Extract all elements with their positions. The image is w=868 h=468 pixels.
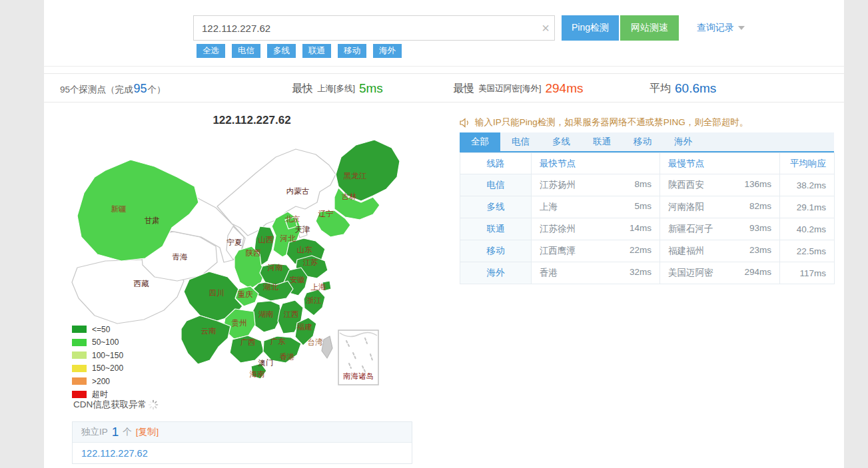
- province-label-安徽: 安徽: [290, 276, 305, 284]
- copy-ip-link[interactable]: [复制]: [136, 426, 159, 438]
- query-history-link[interactable]: 查询记录: [697, 22, 745, 34]
- legend-label: <=50: [92, 325, 110, 334]
- filter-button-联通[interactable]: 联通: [302, 44, 331, 58]
- province-label-河北: 河北: [280, 234, 296, 242]
- line-filter-group: 全选电信多线联通移动海外: [197, 44, 402, 58]
- province-label-广东: 广东: [270, 338, 286, 346]
- province-label-河南: 河南: [267, 264, 283, 272]
- stats-bar: 95个探测点（完成95个） 最快 上海[多线] 5ms 最慢 美国迈阿密[海外]…: [44, 73, 844, 103]
- province-label-湖北: 湖北: [263, 283, 279, 291]
- province-label-西藏: 西藏: [134, 280, 150, 288]
- unique-ip-count: 1: [112, 425, 119, 439]
- province-label-云南: 云南: [201, 327, 217, 335]
- province-台湾[interactable]: [322, 336, 332, 358]
- province-label-澳门: 澳门: [258, 359, 274, 367]
- chevron-down-icon: [738, 26, 745, 30]
- slowest-node-cell: 福建福州23ms: [660, 240, 780, 262]
- map-title: 122.112.227.62: [44, 114, 460, 127]
- node-name: 福建福州: [668, 245, 704, 257]
- node-name: 香港: [540, 267, 558, 279]
- legend-item: 100~150: [72, 349, 123, 362]
- notice-text: 输入IP只能Ping检测，如果服务器网络不通或禁PING，则全部超时。: [475, 117, 748, 128]
- legend-label: 100~150: [92, 351, 123, 360]
- filter-button-移动[interactable]: 移动: [338, 44, 366, 58]
- slowest-node-cell: 河南洛阳82ms: [660, 196, 780, 218]
- line-cell: 联通: [460, 218, 532, 240]
- legend-item: >200: [72, 375, 123, 388]
- site-speed-button[interactable]: 网站测速: [620, 15, 679, 41]
- node-name: 上海: [540, 201, 558, 213]
- line-cell: 海外: [460, 262, 532, 284]
- province-label-青海: 青海: [172, 253, 189, 261]
- tab-联通[interactable]: 联通: [582, 132, 622, 151]
- average-value: 60.6ms: [675, 81, 716, 96]
- filter-button-多线[interactable]: 多线: [267, 44, 296, 58]
- province-label-台湾: 台湾: [308, 338, 324, 346]
- fastest-node-cell: 江苏扬州8ms: [532, 174, 660, 196]
- tab-海外[interactable]: 海外: [663, 132, 703, 151]
- fastest-node: 上海[多线]: [317, 83, 355, 95]
- filter-button-海外[interactable]: 海外: [373, 44, 402, 58]
- search-input-wrapper: ×: [193, 15, 555, 41]
- result-row: 海外香港32ms美国迈阿密294ms117ms: [460, 262, 835, 284]
- slowest-node: 美国迈阿密[海外]: [478, 83, 541, 95]
- result-row: 移动江西鹰潭22ms福建福州23ms22.5ms: [460, 240, 835, 262]
- node-latency: 294ms: [744, 267, 771, 279]
- tab-全部[interactable]: 全部: [460, 132, 500, 151]
- filter-button-全选[interactable]: 全选: [197, 44, 225, 58]
- legend-label: 150~200: [92, 363, 123, 373]
- province-label-福建: 福建: [297, 323, 312, 331]
- node-latency: 23ms: [749, 245, 771, 257]
- province-label-内蒙古: 内蒙古: [286, 187, 310, 195]
- notice-banner: 输入IP只能Ping检测，如果服务器网络不通或禁PING，则全部超时。: [460, 116, 834, 129]
- fastest-stat: 最快 上海[多线] 5ms: [292, 74, 383, 103]
- node-latency: 136ms: [744, 179, 771, 191]
- ping-test-button[interactable]: Ping检测: [562, 15, 619, 41]
- province-label-北京: 北京: [285, 215, 300, 223]
- average-cell: 117ms: [780, 262, 835, 284]
- average-cell: 40.2ms: [780, 218, 835, 240]
- legend-item: 50~100: [72, 336, 123, 350]
- column-header: 最快节点: [532, 153, 660, 174]
- inset-label: 南海诸岛: [343, 372, 374, 380]
- search-input[interactable]: [194, 23, 537, 34]
- legend-swatch: [72, 365, 87, 372]
- fastest-node-cell: 上海5ms: [532, 196, 660, 218]
- province-label-四川: 四川: [209, 289, 224, 297]
- province-label-江西: 江西: [284, 310, 299, 318]
- province-label-海南: 海南: [250, 370, 265, 378]
- province-label-贵州: 贵州: [232, 319, 247, 328]
- speaker-icon: [460, 118, 470, 128]
- province-云南[interactable]: [181, 316, 230, 364]
- probe-count: 95个探测点（完成95个）: [60, 74, 166, 103]
- average-cell: 38.2ms: [780, 174, 835, 196]
- province-label-浙江: 浙江: [306, 296, 322, 304]
- line-cell: 移动: [460, 240, 532, 262]
- query-history-label: 查询记录: [697, 22, 734, 34]
- node-name: 江西鹰潭: [540, 245, 576, 257]
- province-label-黑龙江: 黑龙江: [344, 172, 367, 180]
- node-latency: 5ms: [634, 201, 651, 213]
- slowest-node-cell: 陕西西安136ms: [660, 174, 780, 196]
- node-latency: 82ms: [749, 201, 771, 213]
- ip-link[interactable]: 122.112.227.62: [81, 448, 148, 459]
- result-row: 电信江苏扬州8ms陕西西安136ms38.2ms: [460, 174, 835, 196]
- node-latency: 14ms: [630, 223, 651, 235]
- province-label-吉林: 吉林: [342, 192, 358, 200]
- average-cell: 22.5ms: [780, 240, 835, 262]
- tab-多线[interactable]: 多线: [541, 132, 582, 151]
- legend-swatch: [72, 339, 87, 346]
- tab-移动[interactable]: 移动: [622, 132, 663, 151]
- node-latency: 8ms: [634, 179, 651, 191]
- province-label-重庆: 重庆: [238, 290, 254, 298]
- province-label-湖南: 湖南: [258, 310, 274, 318]
- legend-item: <=50: [72, 323, 123, 336]
- node-name: 新疆石河子: [668, 223, 713, 235]
- line-cell: 电信: [460, 174, 532, 196]
- slowest-value: 294ms: [545, 81, 583, 96]
- node-name: 美国迈阿密: [668, 267, 713, 279]
- clear-input-icon[interactable]: ×: [537, 16, 554, 40]
- node-name: 江苏徐州: [540, 223, 576, 235]
- filter-button-电信[interactable]: 电信: [232, 44, 260, 58]
- tab-电信[interactable]: 电信: [500, 132, 541, 151]
